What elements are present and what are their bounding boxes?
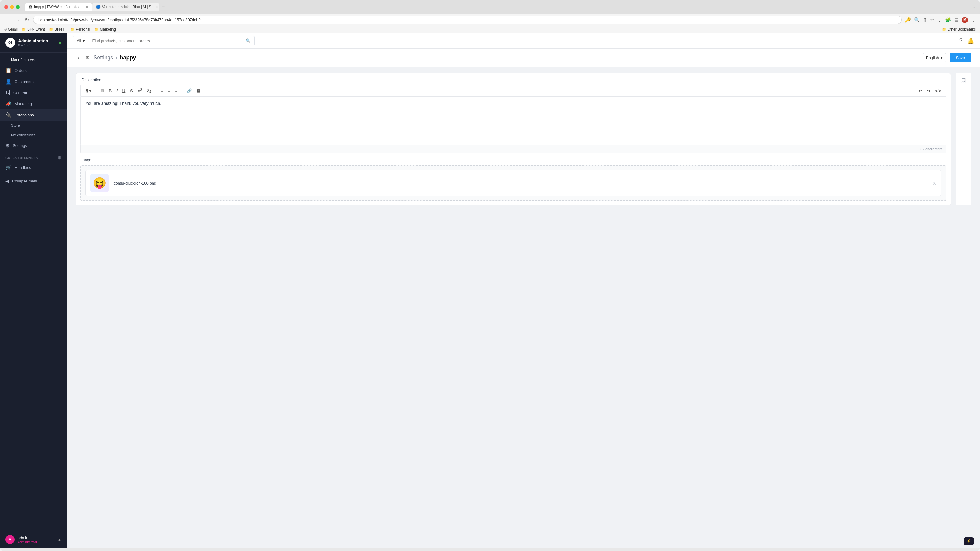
sidebar: G Administration 6.4.15.0 Manufacturers … <box>0 33 67 548</box>
user-chevron-icon: ▲ <box>57 537 61 541</box>
app-info: Administration 6.4.15.0 <box>18 38 48 47</box>
add-sales-channel-button[interactable]: ⊕ <box>57 155 62 160</box>
toolbar-underline-btn[interactable]: U <box>120 87 127 94</box>
new-tab-button[interactable]: + <box>160 4 167 10</box>
sidebar-item-customers[interactable]: 👤 Customers <box>0 76 67 87</box>
bookmarks-bar: G Gmail 📁 BFN Event 📁 BFN IT 📁 Personal … <box>0 26 980 33</box>
sidebar-item-collapse[interactable]: ◀ Collapse menu <box>0 175 67 187</box>
settings-icon: ⚙ <box>5 143 10 149</box>
sales-channels-section: Sales Channels ⊕ <box>0 151 67 162</box>
bookmark-other[interactable]: 📁 Other Bookmarks <box>942 27 976 32</box>
image-panel-icon[interactable]: 🖼 <box>961 77 966 84</box>
search-input[interactable] <box>89 36 242 46</box>
symfony-icon: ⚡ <box>967 539 971 543</box>
toolbar-bold-btn[interactable]: B <box>107 87 114 94</box>
editor-toolbar: ¶ ▾ ⊞ B I U S X2 <box>80 84 947 97</box>
sidebar-toggle-icon[interactable]: ▤ <box>954 17 959 23</box>
toolbar-redo-btn[interactable]: ↪ <box>925 87 932 94</box>
menu-icon[interactable]: ⋮ <box>971 17 976 23</box>
profile-icon[interactable]: M <box>962 17 968 23</box>
tabs-bar: ⚙ happy | PWYW configuration | ✕ 🔵 Varia… <box>25 3 970 11</box>
user-details: admin Administrator <box>18 535 54 544</box>
sidebar-item-extensions[interactable]: 🔌 Extensions <box>0 110 67 121</box>
back-nav-button[interactable]: ‹ <box>76 53 81 62</box>
address-bar[interactable]: localhost/admin#/bfn/pay/what/you/want/c… <box>33 16 902 24</box>
extensions-icon: 🔌 <box>5 112 11 118</box>
toolbar-superscript-btn[interactable]: X2 <box>135 87 144 95</box>
orders-icon: 📋 <box>5 68 11 73</box>
app-logo: G <box>5 38 15 48</box>
user-avatar: A <box>5 535 14 544</box>
tab-2[interactable]: 🔵 Variantenprodukt | Blau | M | S| ✕ <box>92 3 159 11</box>
toolbar-paragraph-group: ¶ ▾ <box>84 87 93 94</box>
close-button[interactable] <box>4 5 8 9</box>
sidebar-item-content[interactable]: 🖼 Content <box>0 87 67 98</box>
symfony-badge[interactable]: ⚡ <box>964 537 974 545</box>
image-remove-button[interactable]: ✕ <box>932 180 936 186</box>
search-filter-dropdown[interactable]: All ▾ <box>73 36 89 46</box>
folder-icon-5: 📁 <box>942 28 947 32</box>
user-info[interactable]: A admin Administrator ▲ <box>5 535 61 544</box>
sidebar-item-store[interactable]: Store <box>0 121 67 130</box>
bookmark-bfnit[interactable]: 📁 BFN IT <box>49 27 66 32</box>
sidebar-item-myextensions[interactable]: My extensions <box>0 130 67 140</box>
sidebar-item-headless[interactable]: 🛒 Headless <box>0 162 67 173</box>
toolbar-source-btn[interactable]: </> <box>933 87 943 94</box>
save-button[interactable]: Save <box>950 53 971 62</box>
bookmark-gmail[interactable]: G Gmail <box>4 27 18 32</box>
customers-icon: 👤 <box>5 79 11 84</box>
toolbar-link-btn[interactable]: 🔗 <box>185 87 194 94</box>
traffic-lights <box>4 5 20 9</box>
magnify-icon[interactable]: 🔍 <box>914 17 920 23</box>
toolbar-list-ol-btn[interactable]: ≡ <box>173 87 180 94</box>
bookmark-bfnevent[interactable]: 📁 BFN Event <box>22 27 45 32</box>
share-icon[interactable]: ⬆ <box>923 17 927 23</box>
tab2-close[interactable]: ✕ <box>155 5 158 9</box>
image-dropzone[interactable]: 😝 icons8-glücklich-100.png ✕ <box>80 165 947 201</box>
bookmark-personal[interactable]: 📁 Personal <box>70 27 90 32</box>
puzzle-icon[interactable]: 🧩 <box>945 17 951 23</box>
folder-icon-3: 📁 <box>70 28 75 32</box>
description-editor[interactable]: You are amazing! Thank you very much. <box>80 97 947 145</box>
toolbar-template-btn[interactable]: ⊞ <box>99 87 106 94</box>
back-button[interactable]: ← <box>4 17 11 23</box>
language-selector[interactable]: English ▾ <box>923 53 947 62</box>
customers-label: Customers <box>14 79 33 84</box>
sidebar-item-manufacturers[interactable]: Manufacturers <box>0 55 67 65</box>
tab-1[interactable]: ⚙ happy | PWYW configuration | ✕ <box>25 3 92 11</box>
toolbar-italic-btn[interactable]: I <box>114 87 120 94</box>
forward-button[interactable]: → <box>14 17 21 23</box>
tab1-title: happy | PWYW configuration | <box>34 5 83 9</box>
top-bar-actions: ? 🔔 <box>959 38 974 44</box>
editor-container: Description ¶ ▾ ⊞ <box>76 73 951 205</box>
search-button[interactable]: 🔍 <box>242 36 255 46</box>
toolbar-align-group: ≡ ≡ ≡ <box>159 87 180 94</box>
tab1-close[interactable]: ✕ <box>86 5 88 9</box>
notifications-button[interactable]: 🔔 <box>967 38 974 44</box>
marketing-label: Marketing <box>14 102 32 106</box>
bookmark-icon[interactable]: ☆ <box>930 17 934 23</box>
email-button[interactable]: ✉ <box>83 53 91 62</box>
reload-button[interactable]: ↻ <box>24 16 30 23</box>
maximize-button[interactable] <box>16 5 20 9</box>
sidebar-item-settings[interactable]: ⚙ Settings <box>0 140 67 151</box>
minimize-button[interactable] <box>10 5 14 9</box>
toolbar-align-left-btn[interactable]: ≡ <box>159 87 165 94</box>
toolbar-table-btn[interactable]: ▦ <box>194 87 202 94</box>
breadcrumb-parent[interactable]: Settings <box>93 54 113 61</box>
my-extensions-label: My extensions <box>11 133 35 137</box>
toolbar-paragraph-btn[interactable]: ¶ ▾ <box>84 87 93 94</box>
sidebar-navigation: Manufacturers 📋 Orders 👤 Customers 🖼 Con… <box>0 53 67 531</box>
browser-titlebar: ⚙ happy | PWYW configuration | ✕ 🔵 Varia… <box>0 0 980 14</box>
toolbar-undo-btn[interactable]: ↩ <box>916 87 924 94</box>
toolbar-strikethrough-btn[interactable]: S <box>128 87 135 94</box>
breadcrumb: Settings › happy <box>93 54 136 61</box>
help-button[interactable]: ? <box>959 38 963 44</box>
url-text: localhost/admin#/bfn/pay/what/you/want/c… <box>38 17 897 22</box>
bookmark-marketing[interactable]: 📁 Marketing <box>94 27 116 32</box>
sidebar-item-orders[interactable]: 📋 Orders <box>0 65 67 76</box>
toolbar-subscript-btn[interactable]: X2 <box>145 87 154 95</box>
image-filename: icons8-glücklich-100.png <box>113 181 928 186</box>
toolbar-list-ul-btn[interactable]: ≡ <box>166 87 173 94</box>
sidebar-item-marketing[interactable]: 📣 Marketing <box>0 98 67 110</box>
